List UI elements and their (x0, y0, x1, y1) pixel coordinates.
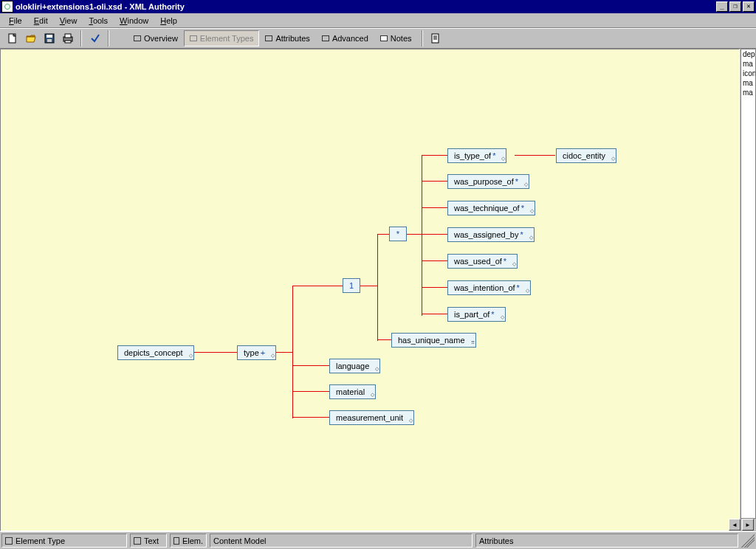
connector (377, 339, 391, 340)
window-buttons: _ ❐ ✕ (715, 1, 755, 12)
scroll-right-button[interactable]: ► (742, 519, 754, 531)
resize-handle-icon: ◇ (526, 288, 529, 294)
svg-rect-6 (65, 41, 71, 43)
node-was-used-of[interactable]: was_used_of*◇ (447, 254, 518, 269)
menu-window[interactable]: Window (114, 15, 154, 27)
validate-button[interactable] (86, 30, 103, 46)
title-bar: olokliri+extensions1-oli.xsd - XML Autho… (0, 0, 756, 13)
window-title: olokliri+extensions1-oli.xsd - XML Autho… (16, 2, 715, 11)
connector (422, 234, 447, 235)
resize-handle-icon: ◇ (611, 156, 614, 162)
overview-tab[interactable]: Overview (128, 30, 184, 46)
node-was-intention-of[interactable]: was_intention_of*◇ (447, 280, 531, 295)
print-button[interactable] (59, 30, 76, 46)
connector (292, 286, 293, 418)
element-types-tab[interactable]: Element Types (184, 30, 260, 46)
resize-handle-icon: ◇ (501, 314, 504, 320)
node-type[interactable]: type+◇ (237, 345, 276, 360)
resize-handle-icon: ◇ (189, 353, 192, 359)
svg-rect-7 (432, 34, 439, 43)
notes-tab[interactable]: Notes (374, 30, 418, 46)
connector (194, 352, 237, 353)
connector (292, 365, 329, 366)
svg-rect-5 (65, 34, 71, 38)
attributes-icon (265, 35, 272, 41)
resize-handle-icon: ◇ (501, 156, 504, 162)
doc-icon (5, 537, 13, 545)
close-button[interactable]: ✕ (743, 1, 755, 12)
notes-icon (380, 35, 388, 41)
resize-handle-icon: ⠿ (471, 340, 474, 346)
save-button[interactable] (41, 30, 58, 46)
node-choice[interactable]: * (389, 227, 407, 241)
status-attributes: Attributes (475, 534, 738, 548)
connector (422, 207, 447, 208)
connector (360, 286, 377, 286)
element-types-icon (190, 35, 197, 41)
status-bar: Element Type Text Elem. Content Model At… (0, 531, 756, 549)
text-icon (134, 537, 141, 545)
separator (80, 30, 82, 46)
resize-handle-icon: ◇ (524, 182, 527, 187)
diagram-canvas[interactable]: depicts_concept◇ type+◇ 1 * is_type_of*◇… (0, 49, 740, 531)
element-types-label: Element Types (200, 34, 254, 43)
node-depicts-concept[interactable]: depicts_concept◇ (117, 345, 194, 360)
advanced-tab[interactable]: Advanced (316, 30, 374, 46)
connector (422, 287, 447, 288)
node-cidoc-entity[interactable]: cidoc_entity◇ (556, 148, 616, 163)
menu-edit[interactable]: Edit (28, 15, 54, 27)
advanced-label: Advanced (332, 34, 368, 43)
resize-grip[interactable] (741, 534, 755, 548)
node-was-technique-of[interactable]: was_technique_of*◇ (447, 201, 535, 215)
node-is-part-of[interactable]: is_part_of*◇ (447, 307, 506, 322)
node-measurement-unit[interactable]: measurement_unit◇ (329, 410, 414, 425)
resize-handle-icon: ◇ (271, 353, 274, 359)
app-icon (1, 1, 13, 13)
connector (422, 155, 422, 316)
resize-handle-icon: ◇ (529, 235, 532, 241)
separator (108, 30, 109, 46)
list-item[interactable]: ma (741, 78, 755, 88)
node-was-assigned-by[interactable]: was_assigned_by*◇ (447, 227, 535, 242)
menu-file[interactable]: File (3, 15, 28, 27)
connector (292, 391, 329, 392)
new-button[interactable] (4, 30, 21, 46)
document-button[interactable] (427, 30, 444, 46)
node-language[interactable]: language◇ (329, 359, 380, 373)
list-item[interactable]: dep (741, 49, 755, 59)
connector (292, 286, 343, 286)
menu-bar: File Edit View Tools Window Help (0, 13, 756, 28)
node-is-type-of[interactable]: is_type_of*◇ (447, 148, 506, 163)
elem-icon (173, 537, 179, 545)
separator (422, 30, 423, 46)
side-panel[interactable]: dep ma icon ma ma (740, 49, 756, 519)
connector (422, 260, 447, 261)
status-text: Text (130, 534, 167, 548)
status-element-type: Element Type (1, 534, 127, 548)
node-was-purpose-of[interactable]: was_purpose_of*◇ (447, 174, 529, 189)
minimize-button[interactable]: _ (716, 1, 728, 12)
toolbar: Overview Element Types Attributes Advanc… (0, 28, 756, 49)
open-button[interactable] (22, 30, 39, 46)
resize-handle-icon: ◇ (371, 392, 374, 398)
attributes-tab[interactable]: Attributes (259, 30, 315, 46)
list-item[interactable]: ma (741, 88, 755, 97)
node-has-unique-name[interactable]: has_unique_name⠿ (391, 333, 476, 348)
overview-label: Overview (144, 34, 178, 43)
svg-rect-2 (47, 35, 52, 38)
menu-help[interactable]: Help (154, 15, 183, 27)
menu-view[interactable]: View (54, 15, 83, 27)
maximize-button[interactable]: ❐ (729, 1, 741, 12)
attributes-label: Attributes (275, 34, 309, 43)
menu-tools[interactable]: Tools (83, 15, 114, 27)
connector (422, 181, 447, 182)
list-item[interactable]: icon (741, 69, 755, 78)
advanced-icon (322, 35, 329, 41)
resize-handle-icon: ◇ (375, 366, 378, 372)
overview-icon (134, 35, 141, 41)
connector (407, 234, 422, 235)
scroll-left-button[interactable]: ◄ (729, 519, 740, 531)
list-item[interactable]: ma (741, 59, 755, 69)
node-material[interactable]: material◇ (329, 384, 376, 399)
node-sequence[interactable]: 1 (343, 278, 360, 293)
